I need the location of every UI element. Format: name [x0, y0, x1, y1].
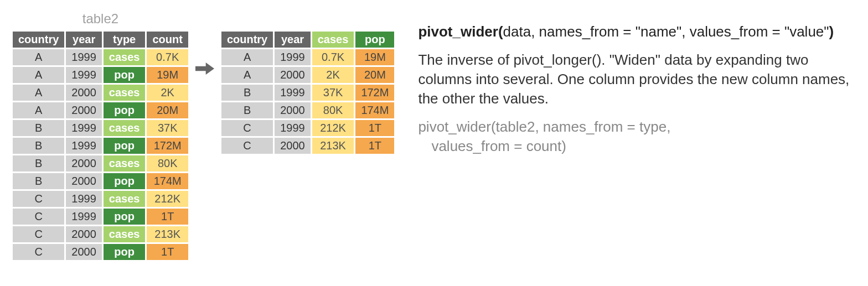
- cell-type: cases: [104, 85, 146, 101]
- cell-type: pop: [104, 67, 146, 83]
- cell-pop: 1T: [355, 120, 394, 136]
- cell-cases: 0.7K: [312, 49, 354, 65]
- cell-country: B: [221, 102, 273, 118]
- cell-cases: 213K: [312, 138, 354, 154]
- cell-pop: 20M: [355, 67, 394, 83]
- table-row: C2000213K1T: [221, 138, 395, 154]
- table-row: A20002K20M: [221, 67, 395, 83]
- cell-year: 1999: [66, 120, 102, 136]
- cell-type: cases: [104, 120, 146, 136]
- table-row: B2000cases80K: [13, 155, 188, 171]
- cell-type: pop: [104, 244, 146, 260]
- cell-year: 1999: [275, 85, 311, 101]
- col-pop: pop: [355, 32, 394, 48]
- cell-count: 1T: [147, 244, 188, 260]
- table-header-row: country year type count: [13, 32, 188, 48]
- cell-country: A: [221, 67, 273, 83]
- table-row: A19990.7K19M: [221, 49, 395, 65]
- cell-country: A: [13, 102, 64, 118]
- input-table: country year type count A1999cases0.7KA1…: [11, 30, 190, 262]
- table-header-row: country year cases pop: [221, 32, 395, 48]
- col-cases: cases: [312, 32, 354, 48]
- cell-year: 2000: [275, 67, 311, 83]
- table-row: A1999cases0.7K: [13, 49, 188, 65]
- arrow-icon: [195, 11, 214, 76]
- cell-country: A: [13, 85, 64, 101]
- cell-year: 2000: [66, 85, 102, 101]
- cell-year: 1999: [66, 67, 102, 83]
- example-line-2: values_from = count): [418, 137, 857, 156]
- table-row: B1999pop172M: [13, 138, 188, 154]
- cell-count: 1T: [147, 209, 188, 225]
- cell-country: C: [13, 191, 64, 207]
- cell-year: 1999: [66, 209, 102, 225]
- cell-cases: 212K: [312, 120, 354, 136]
- cell-type: pop: [104, 209, 146, 225]
- table-row: B199937K172M: [221, 85, 395, 101]
- col-year: year: [275, 32, 311, 48]
- cell-cases: 80K: [312, 102, 354, 118]
- output-table: country year cases pop A19990.7K19MA2000…: [220, 30, 396, 155]
- cell-pop: 19M: [355, 49, 394, 65]
- table-row: C1999212K1T: [221, 120, 395, 136]
- cell-country: B: [13, 138, 64, 154]
- col-country: country: [13, 32, 64, 48]
- signature-open: pivot_wider(: [418, 23, 503, 40]
- cell-country: B: [13, 120, 64, 136]
- cell-country: C: [221, 138, 273, 154]
- cell-count: 174M: [147, 173, 188, 189]
- cell-pop: 174M: [355, 102, 394, 118]
- signature-close: ): [829, 23, 834, 40]
- table-row: A1999pop19M: [13, 67, 188, 83]
- cell-year: 2000: [66, 226, 102, 242]
- table-row: B200080K174M: [221, 102, 395, 118]
- table-row: A2000pop20M: [13, 102, 188, 118]
- example-line-1: pivot_wider(table2, names_from = type,: [418, 118, 670, 135]
- cell-type: pop: [104, 173, 146, 189]
- cell-cases: 37K: [312, 85, 354, 101]
- cell-year: 1999: [275, 49, 311, 65]
- cell-country: C: [13, 226, 64, 242]
- cell-year: 2000: [66, 244, 102, 260]
- cell-country: B: [13, 173, 64, 189]
- documentation-text: pivot_wider(data, names_from = "name", v…: [401, 11, 857, 165]
- cell-country: C: [13, 244, 64, 260]
- function-description: The inverse of pivot_longer(). "Widen" d…: [418, 50, 857, 108]
- cell-year: 1999: [66, 191, 102, 207]
- table-row: C1999pop1T: [13, 209, 188, 225]
- cell-pop: 1T: [355, 138, 394, 154]
- cell-type: pop: [104, 138, 146, 154]
- cell-type: cases: [104, 49, 146, 65]
- table-row: A2000cases2K: [13, 85, 188, 101]
- col-country: country: [221, 32, 273, 48]
- cell-country: C: [221, 120, 273, 136]
- cell-count: 172M: [147, 138, 188, 154]
- cell-cases: 2K: [312, 67, 354, 83]
- cell-type: cases: [104, 226, 146, 242]
- table-row: B2000pop174M: [13, 173, 188, 189]
- example-code: pivot_wider(table2, names_from = type, v…: [418, 117, 857, 156]
- input-table-block: table2 country year type count A1999case…: [11, 11, 190, 262]
- cell-year: 2000: [275, 138, 311, 154]
- cell-count: 37K: [147, 120, 188, 136]
- col-count: count: [147, 32, 188, 48]
- cell-country: A: [13, 49, 64, 65]
- cell-count: 2K: [147, 85, 188, 101]
- signature-args: data, names_from = "name", values_from =…: [503, 23, 829, 40]
- cell-country: A: [13, 67, 64, 83]
- function-signature: pivot_wider(data, names_from = "name", v…: [418, 22, 857, 41]
- cell-year: 2000: [66, 173, 102, 189]
- table-row: C2000cases213K: [13, 226, 188, 242]
- cell-year: 2000: [66, 102, 102, 118]
- cell-country: B: [13, 155, 64, 171]
- input-table-title: table2: [82, 11, 118, 27]
- cell-year: 1999: [66, 49, 102, 65]
- table-row: B1999cases37K: [13, 120, 188, 136]
- cell-type: pop: [104, 102, 146, 118]
- cell-year: 2000: [275, 102, 311, 118]
- cell-year: 1999: [66, 138, 102, 154]
- table-row: C1999cases212K: [13, 191, 188, 207]
- output-table-block: country year cases pop A19990.7K19MA2000…: [220, 11, 396, 155]
- cell-count: 213K: [147, 226, 188, 242]
- cell-count: 0.7K: [147, 49, 188, 65]
